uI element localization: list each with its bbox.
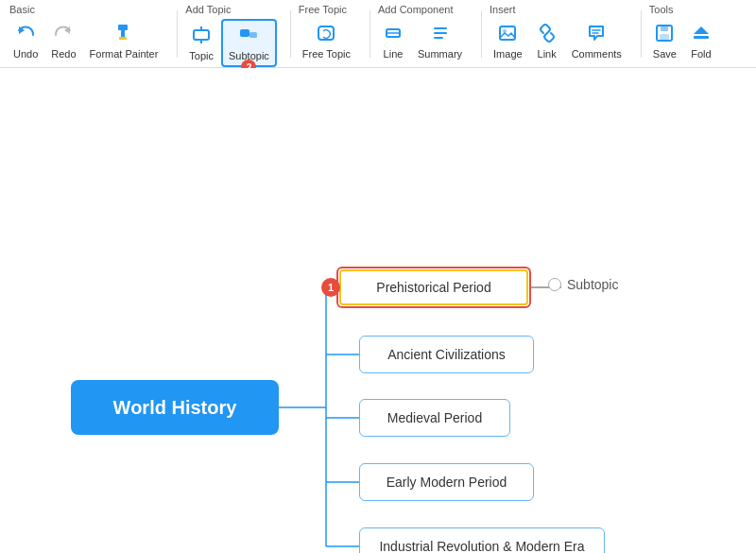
save-icon [654, 23, 675, 46]
svg-rect-17 [500, 26, 515, 40]
canvas: World History Prehistorical Period 1 Anc… [0, 68, 756, 553]
fold-icon [691, 23, 712, 46]
toolbar-buttons-add-component: Line Summary [376, 19, 468, 63]
prehistorical-outer-border: Prehistorical Period [336, 267, 531, 308]
svg-line-19 [545, 31, 549, 35]
subtopic-icon [238, 25, 259, 48]
topic-button[interactable]: Topic [183, 21, 219, 65]
topic-icon [191, 25, 212, 48]
toolbar-buttons-tools: Save Fold [647, 19, 718, 63]
svg-rect-24 [660, 34, 669, 40]
link-button[interactable]: Link [530, 19, 564, 63]
fold-button[interactable]: Fold [684, 19, 718, 63]
format-painter-label: Format Painter [90, 48, 159, 60]
toolbar-group-add-topic: Add Topic Topic [183, 4, 277, 67]
toolbar-buttons-add-topic: Topic Subtopic 2 [183, 19, 277, 67]
redo-label: Redo [51, 48, 76, 60]
redo-button[interactable]: Redo [45, 19, 81, 63]
toolbar-group-label-add-component: Add Component [376, 4, 454, 15]
image-button[interactable]: Image [488, 19, 528, 63]
comments-button[interactable]: Comments [566, 19, 627, 63]
divider-2 [290, 10, 291, 58]
save-label: Save [653, 48, 677, 60]
ancient-node[interactable]: Ancient Civilizations [359, 336, 534, 373]
line-label: Line [384, 48, 404, 60]
subtopic-text-label: Subtopic [567, 277, 618, 292]
subtopic-label-area: Subtopic [548, 277, 618, 292]
subtopic-btn-wrapper: Subtopic 2 [221, 19, 277, 67]
early-modern-label: Early Modern Period [387, 475, 507, 490]
undo-button[interactable]: Undo [8, 19, 43, 63]
summary-label: Summary [418, 48, 462, 60]
subtopic-dot-icon [548, 278, 561, 291]
toolbar-group-label-basic: Basic [8, 4, 35, 15]
toolbar-buttons-insert: Image Link [488, 19, 627, 63]
divider-4 [481, 10, 482, 58]
early-modern-node[interactable]: Early Modern Period [359, 463, 534, 501]
format-painter-button[interactable]: Format Painter [84, 19, 164, 63]
svg-rect-23 [661, 26, 668, 31]
toolbar-buttons-free-topic: Free Topic [297, 19, 356, 63]
medieval-node[interactable]: Medieval Period [359, 399, 510, 437]
summary-button[interactable]: Summary [412, 19, 468, 63]
free-topic-icon [316, 23, 336, 46]
fold-label: Fold [691, 48, 711, 60]
divider-5 [641, 10, 642, 58]
summary-icon [430, 23, 451, 46]
save-button[interactable]: Save [647, 19, 682, 63]
toolbar-group-add-component: Add Component Line [376, 4, 468, 63]
industrial-node[interactable]: Industrial Revolution & Modern Era [359, 527, 605, 553]
topic-label: Topic [189, 50, 214, 61]
image-icon [497, 23, 518, 46]
svg-marker-25 [694, 26, 709, 34]
toolbar-group-label-free-topic: Free Topic [297, 4, 347, 15]
comments-icon [586, 23, 607, 46]
world-history-node[interactable]: World History [71, 380, 279, 435]
medieval-label: Medieval Period [387, 410, 482, 425]
toolbar-group-label-add-topic: Add Topic [183, 4, 231, 15]
svg-rect-9 [249, 32, 257, 38]
toolbar-group-label-insert: Insert [488, 4, 516, 15]
toolbar-group-tools: Tools Save Fo [647, 4, 718, 63]
svg-rect-26 [694, 36, 709, 39]
toolbar-group-free-topic: Free Topic Free Topic [297, 4, 356, 63]
svg-rect-3 [121, 30, 125, 38]
line-icon [383, 23, 404, 46]
line-button[interactable]: Line [376, 19, 410, 63]
image-label: Image [493, 48, 523, 60]
toolbar: Basic Undo Redo [0, 0, 756, 68]
undo-label: Undo [13, 48, 38, 60]
svg-rect-2 [118, 25, 128, 30]
world-history-label: World History [113, 397, 237, 419]
undo-icon [15, 23, 36, 46]
link-label: Link [538, 48, 557, 60]
free-topic-label: Free Topic [302, 48, 351, 60]
prehistorical-label: Prehistorical Period [376, 280, 490, 295]
divider-3 [369, 10, 370, 58]
node-marker-1: 1 [321, 278, 340, 297]
prehistorical-inner-border[interactable]: Prehistorical Period [339, 269, 528, 305]
industrial-label: Industrial Revolution & Modern Era [379, 539, 584, 553]
toolbar-buttons-basic: Undo Redo Format Painter [8, 19, 163, 63]
free-topic-button[interactable]: Free Topic [297, 19, 356, 63]
toolbar-group-basic: Basic Undo Redo [8, 4, 163, 63]
toolbar-group-insert: Insert Image [488, 4, 627, 63]
format-painter-icon [113, 23, 134, 46]
redo-icon [53, 23, 74, 46]
toolbar-group-label-tools: Tools [647, 4, 674, 15]
link-icon [537, 23, 558, 46]
svg-rect-5 [194, 30, 209, 40]
svg-rect-4 [119, 37, 127, 40]
divider-1 [177, 10, 178, 58]
comments-label: Comments [572, 48, 622, 60]
ancient-label: Ancient Civilizations [387, 347, 506, 362]
